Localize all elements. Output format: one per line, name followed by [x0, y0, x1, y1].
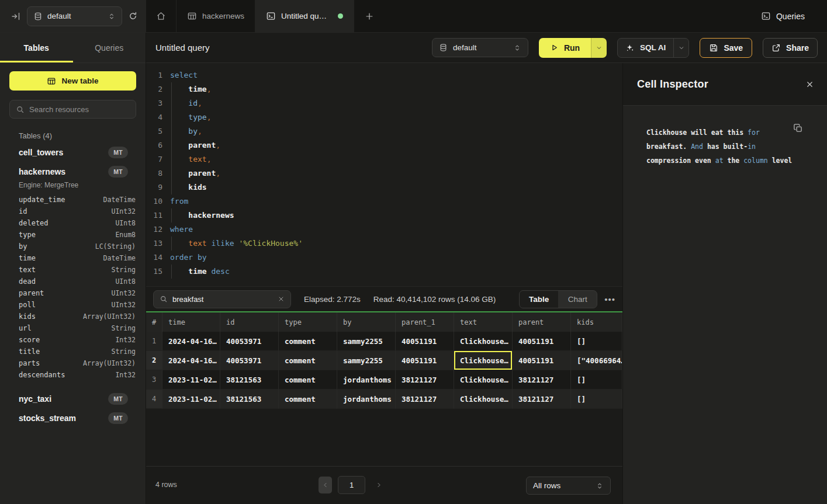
connection-select[interactable]: default: [27, 6, 122, 26]
table-cell[interactable]: 38121127: [513, 370, 571, 390]
table-cell[interactable]: 40051191: [513, 351, 571, 370]
schema-column-row[interactable]: update_timeDateTime: [0, 194, 146, 206]
table-cell[interactable]: Clickhouse…: [454, 390, 513, 409]
table-cell[interactable]: sammy2255: [337, 332, 396, 351]
table-cell[interactable]: 40053971: [220, 351, 279, 370]
code-line[interactable]: 1select: [146, 68, 622, 82]
schema-column-row[interactable]: idUInt32: [0, 206, 146, 217]
table-cell[interactable]: []: [571, 332, 622, 351]
code-line[interactable]: 9 kids: [146, 180, 622, 194]
table-cell[interactable]: Clickhouse…: [454, 370, 513, 390]
more-options-icon[interactable]: •••: [604, 295, 615, 304]
view-tab-table[interactable]: Table: [520, 291, 558, 308]
run-options-button[interactable]: [591, 38, 607, 58]
column-header[interactable]: kids: [571, 312, 622, 332]
table-cell[interactable]: 38121563: [220, 390, 279, 409]
page-size-select[interactable]: All rows: [526, 477, 611, 495]
table-cell[interactable]: jordanthoms: [337, 370, 396, 390]
code-line[interactable]: 10from: [146, 194, 622, 208]
column-header[interactable]: parent: [513, 312, 571, 332]
table-cell[interactable]: 38121127: [513, 390, 571, 409]
schema-column-row[interactable]: typeEnum8: [0, 229, 146, 241]
clear-search-icon[interactable]: [278, 296, 285, 303]
share-button[interactable]: Share: [763, 38, 818, 58]
column-header[interactable]: text: [454, 312, 513, 332]
page-number-input[interactable]: 1: [338, 476, 365, 494]
code-line[interactable]: 15 time desc: [146, 265, 622, 279]
cell-value-text[interactable]: Clickhouse will eat this for breakfast. …: [646, 126, 796, 168]
code-line[interactable]: 3 id,: [146, 96, 622, 110]
table-cell[interactable]: []: [571, 390, 622, 409]
sidebar-table-hackernews[interactable]: hackernews MT: [0, 162, 146, 181]
column-header[interactable]: #: [146, 312, 162, 332]
code-line[interactable]: 4 type,: [146, 110, 622, 124]
schema-column-row[interactable]: deadUInt8: [0, 276, 146, 287]
column-header[interactable]: parent_1: [396, 312, 454, 332]
table-cell[interactable]: sammy2255: [337, 351, 396, 370]
table-cell[interactable]: 38121127: [396, 370, 454, 390]
sidebar-tab-tables[interactable]: Tables: [0, 33, 73, 62]
table-cell[interactable]: 40051191: [396, 332, 454, 351]
prev-page-button[interactable]: [319, 477, 332, 493]
result-filter-input[interactable]: [172, 295, 273, 304]
sidebar-table-stocks-stream[interactable]: stocks_stream MT: [0, 408, 146, 427]
toolbar-connection-select[interactable]: default: [432, 38, 528, 57]
sql-ai-button[interactable]: SQL AI: [618, 43, 673, 53]
schema-column-row[interactable]: pollUInt32: [0, 299, 146, 311]
code-line[interactable]: 13 text ilike '%ClickHouse%': [146, 237, 622, 251]
table-cell[interactable]: 38121127: [396, 390, 454, 409]
sql-editor[interactable]: 1select2 time,3 id,4 type,5 by,6 parent,…: [146, 63, 622, 286]
run-button[interactable]: Run: [539, 38, 591, 58]
code-line[interactable]: 7 text,: [146, 152, 622, 166]
schema-column-row[interactable]: urlString: [0, 322, 146, 334]
table-cell[interactable]: 2024-04-16…: [162, 351, 220, 370]
collapse-sidebar-icon[interactable]: [11, 11, 21, 22]
selected-table-cell[interactable]: Clickhouse…: [454, 351, 513, 370]
search-resources-input[interactable]: [29, 105, 130, 114]
table-cell[interactable]: 2023-11-02…: [162, 370, 220, 390]
table-cell[interactable]: comment: [279, 332, 337, 351]
code-line[interactable]: 11 hackernews: [146, 208, 622, 223]
table-cell[interactable]: comment: [279, 390, 337, 409]
schema-column-row[interactable]: titleString: [0, 346, 146, 357]
schema-column-row[interactable]: kidsArray(UInt32): [0, 311, 146, 322]
view-tab-chart[interactable]: Chart: [558, 291, 597, 308]
schema-column-row[interactable]: deletedUInt8: [0, 217, 146, 229]
schema-column-row[interactable]: timeDateTime: [0, 252, 146, 264]
new-table-button[interactable]: New table: [9, 71, 136, 91]
column-header[interactable]: by: [337, 312, 396, 332]
refresh-icon[interactable]: [128, 11, 138, 21]
next-page-button[interactable]: [376, 480, 382, 491]
code-line[interactable]: 6 parent,: [146, 138, 622, 152]
column-header[interactable]: id: [220, 312, 279, 332]
code-line[interactable]: 8 parent,: [146, 166, 622, 180]
code-line[interactable]: 12where: [146, 223, 622, 237]
table-cell[interactable]: []: [571, 370, 622, 390]
code-line[interactable]: 5 by,: [146, 124, 622, 138]
table-cell[interactable]: 2023-11-02…: [162, 390, 220, 409]
schema-column-row[interactable]: scoreInt32: [0, 334, 146, 346]
code-line[interactable]: 14order by: [146, 251, 622, 265]
table-cell[interactable]: 40051191: [396, 351, 454, 370]
table-cell[interactable]: jordanthoms: [337, 390, 396, 409]
table-cell[interactable]: 2024-04-16…: [162, 332, 220, 351]
sql-ai-options-button[interactable]: [673, 39, 688, 57]
code-line[interactable]: 2 time,: [146, 82, 622, 96]
schema-column-row[interactable]: descendantsInt32: [0, 369, 146, 381]
column-header[interactable]: type: [279, 312, 337, 332]
table-cell[interactable]: 38121563: [220, 370, 279, 390]
sidebar-tab-queries[interactable]: Queries: [73, 33, 146, 62]
queries-button[interactable]: Queries: [761, 11, 805, 21]
tab-hackernews[interactable]: hackernews: [177, 0, 255, 32]
sidebar-table-nyc-taxi[interactable]: nyc_taxi MT: [0, 389, 146, 408]
copy-icon[interactable]: [793, 123, 802, 133]
table-cell[interactable]: ["40066964…: [571, 351, 622, 370]
sidebar-table-cell-towers[interactable]: cell_towers MT: [0, 142, 146, 162]
table-cell[interactable]: Clickhouse…: [454, 332, 513, 351]
tab-home[interactable]: [146, 0, 177, 32]
schema-column-row[interactable]: textString: [0, 264, 146, 276]
schema-column-row[interactable]: byLC(String): [0, 241, 146, 252]
table-cell[interactable]: 40051191: [513, 332, 571, 351]
column-header[interactable]: time: [162, 312, 220, 332]
table-cell[interactable]: comment: [279, 351, 337, 370]
